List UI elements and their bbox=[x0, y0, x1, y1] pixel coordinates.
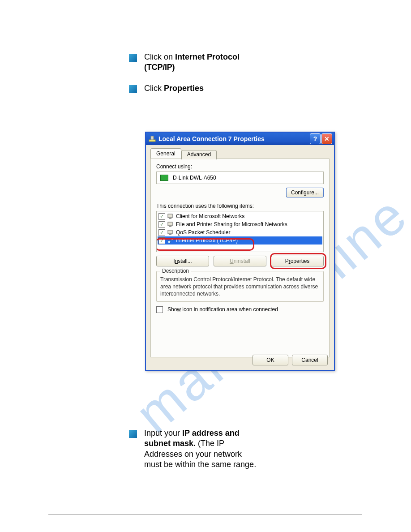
tab-advanced[interactable]: Advanced bbox=[181, 150, 217, 159]
adapter-name: D-Link DWL-A650 bbox=[173, 175, 216, 181]
nic-icon bbox=[160, 175, 168, 181]
items-listbox[interactable]: Client for Microsoft Networks File and P… bbox=[156, 211, 324, 252]
description-group: Description Transmission Control Protoco… bbox=[156, 271, 324, 302]
instr2-bold: Properties bbox=[164, 84, 204, 93]
checkbox-icon[interactable] bbox=[158, 221, 165, 228]
item-label: File and Printer Sharing for Microsoft N… bbox=[176, 221, 287, 227]
client-icon bbox=[167, 213, 174, 220]
bullet-square bbox=[129, 85, 137, 93]
svg-rect-6 bbox=[168, 230, 172, 234]
svg-rect-1 bbox=[151, 136, 154, 140]
cancel-button[interactable]: Cancel bbox=[292, 355, 328, 365]
list-item[interactable]: QoS Packet Scheduler bbox=[158, 228, 322, 236]
adapter-box: D-Link DWL-A650 bbox=[156, 172, 324, 184]
description-legend: Description bbox=[160, 268, 191, 274]
svg-rect-2 bbox=[168, 214, 172, 218]
close-button[interactable]: ✕ bbox=[321, 133, 332, 144]
tab-general[interactable]: General bbox=[150, 148, 181, 159]
bullet-square bbox=[129, 430, 137, 438]
dialog-body: GeneralAdvanced Connect using: D-Link DW… bbox=[146, 145, 334, 370]
svg-rect-3 bbox=[169, 218, 171, 219]
footer-row: OK Cancel bbox=[253, 355, 328, 365]
tab-panel: Connect using: D-Link DWL-A650 Configure… bbox=[150, 159, 330, 357]
svg-rect-5 bbox=[169, 226, 171, 227]
bullet-square bbox=[129, 54, 137, 62]
titlebar[interactable]: Local Area Connection 7 Properties ? ✕ bbox=[146, 133, 334, 145]
window-icon bbox=[149, 135, 156, 142]
properties-dialog: Local Area Connection 7 Properties ? ✕ G… bbox=[145, 132, 335, 371]
instruction-2: Click Properties bbox=[144, 83, 204, 94]
help-button[interactable]: ? bbox=[310, 133, 321, 144]
checkbox-icon[interactable] bbox=[158, 229, 165, 236]
footer-rule bbox=[48, 515, 362, 515]
list-item[interactable]: Client for Microsoft Networks bbox=[158, 212, 322, 220]
description-text: Transmission Control Protocol/Internet P… bbox=[160, 276, 320, 298]
window-title: Local Area Connection 7 Properties bbox=[158, 135, 309, 142]
button-row: Install... Uninstall Properties bbox=[156, 256, 324, 266]
show-icon-row[interactable]: Show icon in notification area when conn… bbox=[156, 306, 324, 313]
instr1-bold1: Internet Protocol bbox=[175, 52, 240, 61]
checkbox-icon[interactable] bbox=[158, 213, 165, 220]
instruction-1: Click on Internet Protocol (TCP/IP) bbox=[144, 52, 261, 73]
checkbox-icon[interactable] bbox=[158, 237, 165, 244]
qos-icon bbox=[167, 229, 174, 236]
tab-row: GeneralAdvanced bbox=[150, 148, 330, 159]
checkbox-icon[interactable] bbox=[156, 306, 163, 313]
connect-using-label: Connect using: bbox=[156, 163, 324, 170]
instr1-prefix: Click on bbox=[144, 52, 175, 61]
ok-button[interactable]: OK bbox=[253, 355, 288, 365]
instr3-prefix: Input your bbox=[144, 429, 182, 438]
list-item-selected[interactable]: Internet Protocol (TCP/IP) bbox=[158, 236, 322, 245]
configure-rest: onfigure... bbox=[295, 189, 319, 196]
svg-rect-7 bbox=[169, 234, 171, 235]
properties-button[interactable]: Properties bbox=[271, 256, 324, 266]
configure-button[interactable]: Configure... bbox=[286, 188, 324, 197]
list-item[interactable]: File and Printer Sharing for Microsoft N… bbox=[158, 220, 322, 228]
svg-rect-0 bbox=[149, 140, 155, 142]
svg-rect-4 bbox=[168, 222, 172, 226]
item-label: Client for Microsoft Networks bbox=[176, 213, 244, 219]
instr2-prefix: Click bbox=[144, 84, 164, 93]
instruction-3: Input your IP address and subnet mask. (… bbox=[144, 428, 261, 470]
show-icon-label: Show icon in notification area when conn… bbox=[167, 306, 278, 313]
item-label: Internet Protocol (TCP/IP) bbox=[176, 237, 238, 244]
instr1-bold2: (TCP/IP) bbox=[144, 63, 175, 72]
share-icon bbox=[167, 221, 174, 228]
item-label: QoS Packet Scheduler bbox=[176, 229, 230, 236]
install-button[interactable]: Install... bbox=[156, 256, 209, 266]
items-label: This connection uses the following items… bbox=[156, 203, 324, 209]
tcpip-icon bbox=[167, 237, 174, 244]
uninstall-button: Uninstall bbox=[214, 256, 266, 266]
